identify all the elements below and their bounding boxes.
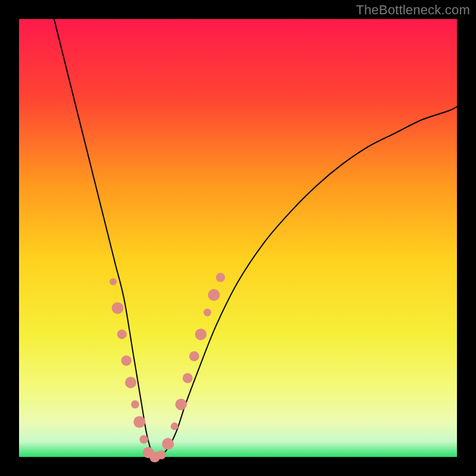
marker-dot bbox=[171, 422, 178, 430]
plot-background bbox=[19, 19, 457, 457]
marker-dot bbox=[131, 400, 139, 409]
marker-dot bbox=[189, 351, 199, 361]
marker-dot bbox=[183, 373, 193, 383]
marker-dot bbox=[203, 309, 211, 317]
chart-frame: TheBottleneck.com bbox=[0, 0, 476, 476]
marker-dot bbox=[216, 273, 225, 282]
marker-dot bbox=[117, 330, 127, 339]
marker-dot bbox=[125, 377, 136, 388]
marker-dot bbox=[139, 435, 148, 444]
marker-dot bbox=[208, 289, 220, 301]
marker-dot bbox=[157, 450, 166, 459]
marker-dot bbox=[176, 399, 187, 410]
marker-dot bbox=[109, 278, 117, 286]
marker-dot bbox=[195, 328, 206, 340]
marker-dot bbox=[112, 302, 124, 314]
marker-dot bbox=[121, 355, 132, 366]
marker-dot bbox=[133, 416, 145, 428]
chart-svg bbox=[0, 0, 476, 476]
marker-dot bbox=[162, 438, 174, 450]
